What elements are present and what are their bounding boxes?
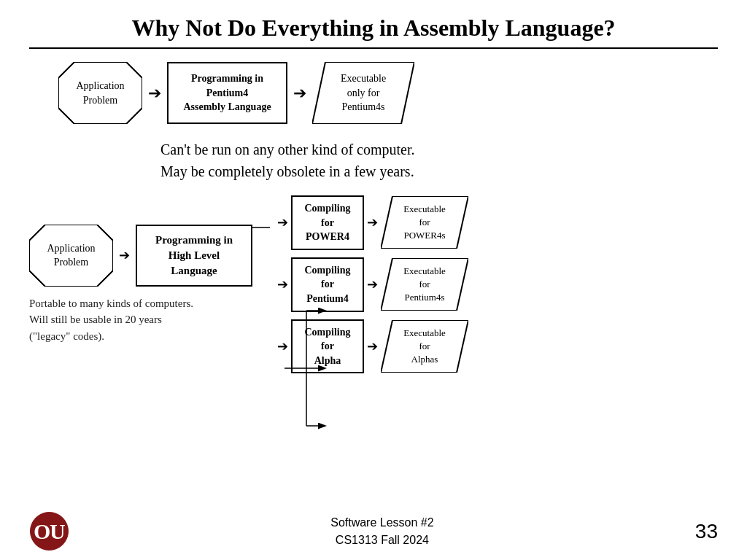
small-line3: ("legacy" codes).	[29, 328, 193, 345]
bottom-arrow1: ➔	[113, 247, 136, 263]
row-alpha: ➔ CompilingforAlpha ➔ ExecutableforAlpha…	[274, 319, 468, 374]
exec-power4-label: ExecutableforPOWER4s	[403, 203, 446, 243]
small-text-block: Portable to many kinds of computers. Wil…	[29, 295, 193, 345]
svg-text:O: O	[34, 519, 50, 543]
top-octagon: ApplicationProblem	[58, 62, 142, 124]
top-octagon-label: ApplicationProblem	[76, 79, 124, 107]
arrow-pentium4-exec: ➔	[364, 276, 381, 292]
arrow1: ➔	[142, 84, 167, 103]
exec-alpha-label: ExecutableforAlphas	[403, 327, 446, 367]
bottom-octagon-label: ApplicationProblem	[47, 241, 95, 270]
exec-alpha: ExecutableforAlphas	[381, 320, 468, 373]
top-rect: Programming inPentium4Assembly Language	[167, 62, 287, 124]
bottom-rect: Programming inHigh Level Language	[136, 225, 252, 287]
desc-line1: Can't be run on any other kind of comput…	[160, 139, 718, 160]
description-block: Can't be run on any other kind of comput…	[160, 139, 718, 182]
compile-alpha-label: CompilingforAlpha	[304, 327, 350, 366]
ou-logo: O U	[29, 511, 69, 551]
slide: Why Not Do Everything in Assembly Langua…	[0, 0, 747, 560]
bottom-main-row: ApplicationProblem ➔ Programming inHigh …	[29, 225, 252, 287]
footer: O U Software Lesson #2 CS1313 Fall 2024 …	[0, 511, 747, 551]
compile-power4-label: CompilingforPOWER4	[304, 203, 350, 242]
footer-subtitle: CS1313 Fall 2024	[330, 532, 433, 549]
compile-power4: CompilingforPOWER4	[291, 195, 364, 250]
top-diagram: ApplicationProblem ➔ Programming inPenti…	[58, 62, 718, 124]
bottom-left: ApplicationProblem ➔ Programming inHigh …	[29, 225, 252, 345]
footer-title: Software Lesson #2	[330, 514, 433, 532]
arrow-power4-exec: ➔	[364, 214, 381, 230]
compile-pentium4: CompilingforPentium4	[291, 257, 364, 312]
top-para-label: Executableonly forPentium4s	[341, 71, 386, 114]
compile-alpha: CompilingforAlpha	[291, 319, 364, 374]
small-line2: Will still be usable in 20 years	[29, 311, 193, 328]
bottom-right: ➔ CompilingforPOWER4 ➔ ExecutableforPOWE…	[274, 195, 468, 373]
slide-title: Why Not Do Everything in Assembly Langua…	[29, 15, 718, 49]
exec-pentium4-label: ExecutableforPentium4s	[403, 265, 446, 305]
top-rect-label: Programming inPentium4Assembly Language	[183, 71, 271, 114]
exec-pentium4: ExecutableforPentium4s	[381, 258, 468, 311]
footer-page-number: 33	[695, 520, 718, 543]
arrow2: ➔	[287, 84, 312, 103]
arrow-to-alpha: ➔	[274, 338, 291, 354]
svg-text:U: U	[50, 519, 66, 543]
arrow-alpha-exec: ➔	[364, 338, 381, 354]
arrow-to-pentium4: ➔	[274, 276, 291, 292]
bottom-octagon: ApplicationProblem	[29, 225, 113, 287]
connecting-arrows	[252, 197, 274, 372]
top-para: Executableonly forPentium4s	[312, 62, 414, 124]
bottom-section: ApplicationProblem ➔ Programming inHigh …	[29, 195, 718, 373]
row-power4: ➔ CompilingforPOWER4 ➔ ExecutableforPOWE…	[274, 195, 468, 250]
arrow-to-power4: ➔	[274, 214, 291, 230]
compile-pentium4-label: CompilingforPentium4	[304, 265, 350, 304]
row-pentium4: ➔ CompilingforPentium4 ➔ ExecutableforPe…	[274, 257, 468, 312]
desc-line2: May be completely obsolete in a few year…	[160, 160, 718, 182]
small-line1: Portable to many kinds of computers.	[29, 295, 193, 312]
exec-power4: ExecutableforPOWER4s	[381, 196, 468, 249]
footer-center: Software Lesson #2 CS1313 Fall 2024	[330, 514, 433, 549]
bottom-rect-label: Programming inHigh Level Language	[146, 233, 242, 279]
